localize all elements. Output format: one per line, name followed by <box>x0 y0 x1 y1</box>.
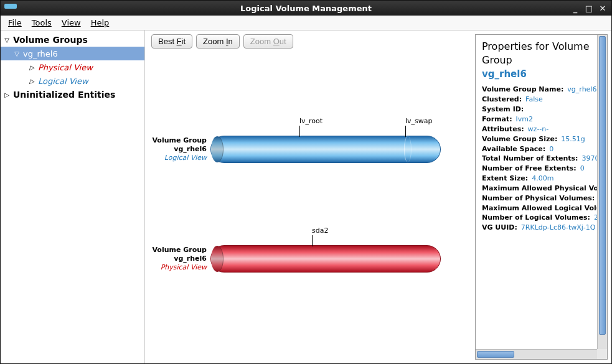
scrollbar-thumb[interactable] <box>599 36 606 335</box>
vg-physical-label: Volume Group vg_rhel6 Physical View <box>151 246 210 273</box>
chevron-down-icon: ▽ <box>3 36 11 44</box>
prop-row: Attributes:wz--n- <box>482 125 602 134</box>
window-titlebar: Logical Volume Management _ □ ✕ <box>1 1 611 16</box>
minimize-button[interactable]: _ <box>569 2 581 14</box>
cylinder-cap-icon <box>211 246 224 272</box>
menu-view[interactable]: View <box>58 17 85 29</box>
tree-physical-view[interactable]: ▷ Physical View <box>1 60 144 74</box>
app-icon <box>4 4 17 9</box>
best-fit-button[interactable]: Best Fit <box>151 34 192 49</box>
zoom-toolbar: Best Fit Zoom In Zoom Out <box>151 34 471 49</box>
cylinder-cap-icon <box>211 136 224 162</box>
window-controls: _ □ ✕ <box>569 1 609 16</box>
tree-label: Uninitialized Entities <box>13 90 115 100</box>
prop-row: Format:lvm2 <box>482 115 602 124</box>
prop-row: Number of Physical Volumes: <box>482 194 602 203</box>
properties-vg-name: vg_rhel6 <box>482 68 602 80</box>
tree-uninitialized[interactable]: ▷ Uninitialized Entities <box>1 88 144 101</box>
scrollbar-thumb[interactable] <box>477 351 514 358</box>
prop-row: Number of Logical Volumes:2 <box>482 213 602 223</box>
cylinder-physical[interactable] <box>210 245 441 273</box>
prop-row: Maximum Allowed Physical Volumes: <box>482 184 602 194</box>
prop-row: Number of Free Extents:0 <box>482 164 602 174</box>
prop-row: Clustered:False <box>482 95 602 105</box>
chevron-right-icon: ▷ <box>28 77 35 85</box>
tree-logical-view[interactable]: ▷ Logical View <box>1 74 144 88</box>
zoom-in-button[interactable]: Zoom In <box>196 34 240 49</box>
segment-label-sda2: sda2 <box>312 226 328 235</box>
maximize-button[interactable]: □ <box>583 2 595 14</box>
prop-row: Volume Group Name:vg_rhel6 <box>482 85 602 95</box>
prop-row: Available Space:0 <box>482 145 602 154</box>
vg-logical-label: Volume Group vg_rhel6 Logical View <box>151 136 210 163</box>
tree-label: Physical View <box>38 63 93 72</box>
close-button[interactable]: ✕ <box>596 2 609 14</box>
horizontal-scrollbar[interactable] <box>476 349 597 359</box>
prop-row: Maximum Allowed Logical Volumes: <box>482 204 602 213</box>
chevron-down-icon: ▽ <box>13 50 21 57</box>
prop-row: System ID: <box>482 105 602 114</box>
menu-tools[interactable]: Tools <box>28 17 55 29</box>
window-title: Logical Volume Management <box>240 4 372 13</box>
diagram-panel: Best Fit Zoom In Zoom Out Volume Group v… <box>145 30 475 363</box>
prop-row: VG UUID:7RKLdp-Lc86-twXj-1Q <box>482 223 602 233</box>
segment-label-lvswap: lv_swap <box>405 117 433 125</box>
properties-panel: Properties for Volume Group vg_rhel6 Vol… <box>475 34 608 360</box>
tree-volume-groups[interactable]: ▽ Volume Groups <box>1 33 144 47</box>
prop-row: Total Number of Extents:3970 <box>482 154 602 164</box>
prop-row: Volume Group Size:15.51g <box>482 135 602 144</box>
segment-label-lvroot: lv_root <box>299 117 322 125</box>
vertical-scrollbar[interactable] <box>597 35 607 349</box>
vg-logical-block: Volume Group vg_rhel6 Logical View <box>151 136 441 163</box>
sidebar-tree: ▽ Volume Groups ▽ vg_rhel6 ▷ Physical Vi… <box>1 30 145 363</box>
chevron-right-icon: ▷ <box>3 91 11 98</box>
menubar: File Tools View Help <box>1 16 611 30</box>
prop-row: Extent Size:4.00m <box>482 174 602 184</box>
tree-vg-rhel6[interactable]: ▽ vg_rhel6 <box>1 47 144 60</box>
zoom-out-button: Zoom Out <box>243 34 293 49</box>
scrollbar-corner <box>597 349 607 359</box>
menu-file[interactable]: File <box>4 17 26 29</box>
menu-help[interactable]: Help <box>87 17 113 29</box>
segment-divider <box>404 136 412 162</box>
tree-label: Logical View <box>38 77 88 86</box>
cylinder-logical[interactable] <box>210 136 441 163</box>
properties-heading: Properties for Volume Group <box>482 40 602 67</box>
vg-physical-block: Volume Group vg_rhel6 Physical View <box>151 245 441 273</box>
tree-label: Volume Groups <box>13 35 88 45</box>
chevron-right-icon: ▷ <box>28 63 35 71</box>
tree-label: vg_rhel6 <box>23 49 58 58</box>
